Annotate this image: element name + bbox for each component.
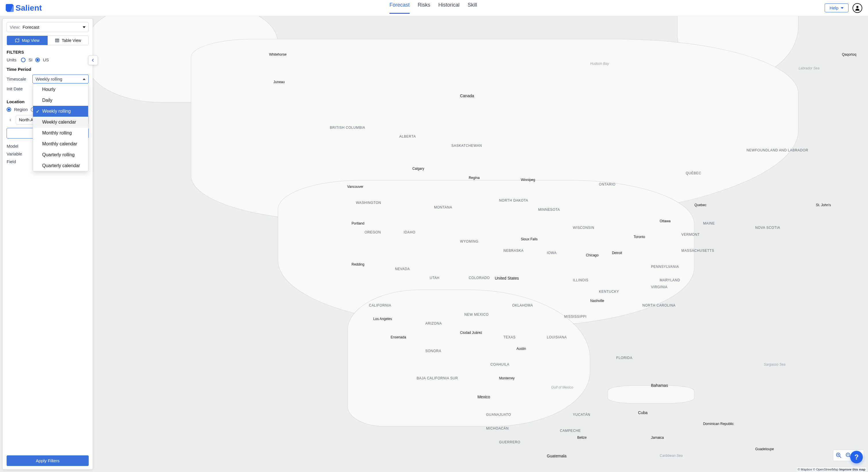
- nav-historical[interactable]: Historical: [438, 2, 460, 14]
- map-icon: [15, 38, 20, 43]
- chevron-down-icon: [83, 26, 86, 28]
- units-radio-us[interactable]: [35, 58, 40, 62]
- map-canvas[interactable]: BRITISH COLUMBIAALBERTASASKATCHEWANONTAR…: [0, 16, 868, 472]
- apply-filters-button[interactable]: Apply Filters: [7, 456, 89, 466]
- map-label: GUERRERO: [499, 440, 520, 444]
- timescale-option-monthly-calendar[interactable]: Monthly calendar: [33, 138, 88, 149]
- timescale-dropdown: Hourly Daily Weekly rolling Weekly calen…: [33, 84, 88, 171]
- map-label: FLORIDA: [616, 356, 632, 360]
- nav-risks[interactable]: Risks: [417, 2, 430, 14]
- map-label: Guatemala: [547, 453, 566, 458]
- units-option-si: SI: [28, 57, 32, 62]
- view-mode-toggle: Map View Table View: [7, 36, 89, 45]
- table-view-button[interactable]: Table View: [48, 36, 88, 45]
- main-nav: Forecast Risks Historical Skill: [390, 2, 477, 14]
- map-label: CAMPECHE: [560, 429, 581, 433]
- main-area: BRITISH COLUMBIAALBERTASASKATCHEWANONTAR…: [0, 16, 868, 472]
- map-label: Belize: [577, 436, 587, 440]
- map-label: Sargasso Sea: [764, 363, 785, 367]
- map-label: Labrador Sea: [799, 66, 819, 70]
- timescale-option-hourly[interactable]: Hourly: [33, 84, 88, 95]
- apply-label: Apply Filters: [36, 458, 60, 463]
- timescale-option-monthly-rolling[interactable]: Monthly rolling: [33, 128, 88, 138]
- map-view-button[interactable]: Map View: [7, 36, 48, 45]
- timescale-option-weekly-calendar[interactable]: Weekly calendar: [33, 117, 88, 128]
- chevron-up-icon: [83, 78, 86, 80]
- map-label: Dominican Republic: [703, 422, 734, 426]
- table-icon: [55, 38, 59, 43]
- help-button[interactable]: Help: [825, 3, 848, 12]
- region-prev-button[interactable]: ‹: [7, 115, 14, 125]
- units-row: Units SI US: [7, 57, 89, 62]
- map-label: Guadeloupe: [755, 447, 774, 451]
- landmass-shape: [347, 290, 590, 427]
- view-select[interactable]: View: Forecast: [7, 22, 89, 32]
- map-view-label: Map View: [22, 38, 39, 43]
- location-option-region: Region: [14, 107, 28, 112]
- timescale-option-weekly-rolling[interactable]: Weekly rolling: [33, 106, 88, 117]
- svg-point-0: [856, 6, 858, 8]
- map-label: Qaqortoq: [842, 53, 856, 57]
- map-label: Caribbean Sea: [660, 453, 683, 458]
- field-label: Field: [7, 159, 30, 164]
- timescale-option-quarterly-calendar[interactable]: Quarterly calendar: [33, 160, 88, 171]
- brand-name: Salient: [16, 3, 42, 12]
- map-attribution: © Mapbox © OpenStreetMap Improve this ma…: [797, 467, 866, 471]
- table-view-label: Table View: [62, 38, 81, 43]
- panel-body: View: Forecast Map View Table View FILTE…: [3, 19, 93, 452]
- map-label: YUCATÁN: [573, 413, 590, 417]
- attribution-improve[interactable]: Improve this map: [839, 468, 865, 471]
- collapse-panel-button[interactable]: [88, 55, 98, 65]
- user-icon: [854, 5, 861, 11]
- location-radio-region[interactable]: [7, 107, 11, 112]
- map-label: St. John's: [816, 203, 831, 207]
- user-avatar-button[interactable]: [852, 3, 862, 13]
- init-date-label: Init Date: [7, 86, 30, 91]
- landmass-shape: [608, 385, 694, 404]
- header-right: Help: [825, 3, 862, 13]
- map-label: MICHOACÁN: [486, 427, 508, 430]
- zoom-in-button[interactable]: [834, 451, 843, 460]
- salient-logo-icon: [6, 4, 14, 12]
- svg-marker-10: [16, 39, 19, 42]
- map-label: Cuba: [638, 410, 648, 415]
- view-value: Forecast: [23, 25, 39, 30]
- timescale-option-quarterly-rolling[interactable]: Quarterly rolling: [33, 149, 88, 160]
- chevron-down-icon: [841, 7, 844, 9]
- brand: Salient: [6, 3, 42, 12]
- map-label: Quebec: [694, 203, 706, 207]
- timescale-label: Timescale: [7, 76, 30, 81]
- timescale-select[interactable]: Weekly rolling Hourly Daily Weekly rolli…: [32, 74, 89, 83]
- units-radio-si[interactable]: [21, 58, 26, 62]
- map-label: NOVA SCOTIA: [755, 226, 780, 230]
- help-fab-button[interactable]: ?: [850, 451, 863, 463]
- attribution-osm[interactable]: © OpenStreetMap: [813, 468, 838, 471]
- panel-footer: Apply Filters: [3, 452, 93, 469]
- zoom-in-icon: [836, 452, 842, 459]
- timescale-option-daily[interactable]: Daily: [33, 95, 88, 106]
- chevron-left-icon: [91, 58, 95, 62]
- units-option-us: US: [43, 57, 49, 62]
- app-header: Salient Forecast Risks Historical Skill …: [0, 0, 868, 16]
- timescale-row: Timescale Weekly rolling Hourly Daily We…: [7, 74, 89, 83]
- view-prefix: View:: [10, 25, 20, 30]
- map-label: MAINE: [703, 222, 715, 225]
- filter-panel: View: Forecast Map View Table View FILTE…: [2, 19, 93, 470]
- map-label: Jamaica: [651, 436, 664, 440]
- attribution-mapbox[interactable]: © Mapbox: [798, 468, 812, 471]
- help-label: Help: [830, 5, 838, 10]
- time-period-heading: Time Period: [7, 67, 89, 72]
- timescale-value: Weekly rolling: [36, 76, 62, 81]
- filters-heading: FILTERS: [7, 50, 89, 55]
- units-label: Units: [7, 57, 17, 62]
- model-label: Model: [7, 144, 30, 148]
- nav-skill[interactable]: Skill: [468, 2, 477, 14]
- nav-forecast[interactable]: Forecast: [390, 2, 410, 14]
- svg-rect-11: [55, 39, 59, 42]
- svg-line-2: [840, 456, 841, 458]
- variable-label: Variable: [7, 151, 30, 156]
